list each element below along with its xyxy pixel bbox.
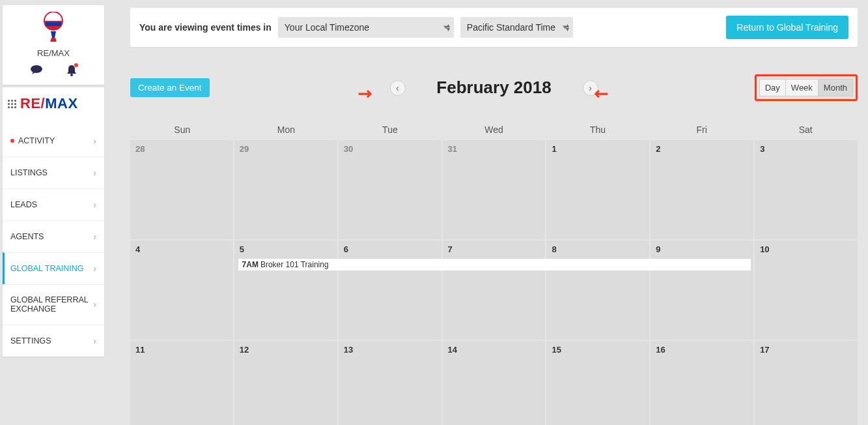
nav-item-leads[interactable]: LEADS› bbox=[3, 188, 104, 220]
bell-icon[interactable] bbox=[66, 65, 77, 80]
tz-value-select[interactable]: Pacific Standard Time▴▾ bbox=[460, 17, 573, 38]
nav-item-settings[interactable]: SETTINGS› bbox=[3, 325, 104, 357]
day-number: 30 bbox=[344, 144, 353, 154]
view-day-button[interactable]: Day bbox=[759, 79, 786, 96]
next-month-button[interactable]: › bbox=[583, 80, 598, 96]
chevron-right-icon: › bbox=[93, 263, 96, 274]
view-week-button[interactable]: Week bbox=[786, 79, 819, 96]
calendar-cell[interactable]: 30 bbox=[339, 140, 441, 239]
calendar-cell[interactable]: 3 bbox=[755, 140, 858, 239]
nav-label: AGENTS bbox=[10, 232, 44, 241]
nav-item-global-training[interactable]: GLOBAL TRAINING› bbox=[3, 252, 104, 284]
calendar-cell[interactable]: 13 bbox=[339, 341, 441, 425]
return-button[interactable]: Return to Global Training bbox=[726, 16, 848, 39]
calendar-cell[interactable]: 15 bbox=[546, 341, 649, 425]
calendar-cell[interactable]: 4 bbox=[130, 241, 233, 340]
nav-label: SETTINGS bbox=[10, 336, 51, 345]
chevron-right-icon: › bbox=[93, 168, 96, 178]
chevron-right-icon: › bbox=[93, 336, 96, 346]
logo-row[interactable]: RE/MAX bbox=[3, 87, 104, 125]
dow: Fri bbox=[650, 119, 754, 140]
chevron-right-icon: › bbox=[93, 136, 96, 146]
svg-point-3 bbox=[70, 74, 73, 76]
chat-icon[interactable] bbox=[30, 65, 43, 80]
nav: ACTIVITY› LISTINGS› LEADS› AGENTS› GLOBA… bbox=[3, 125, 104, 357]
calendar: Sun Mon Tue Wed Thu Fri Sat 282930311234… bbox=[130, 119, 858, 425]
calendar-cell[interactable]: 28 bbox=[130, 140, 233, 239]
dow: Thu bbox=[546, 119, 650, 140]
calendar-cell[interactable]: 14 bbox=[443, 341, 546, 425]
nav-label: ACTIVITY bbox=[18, 136, 55, 145]
timezone-banner: You are viewing event times in Your Loca… bbox=[130, 8, 858, 47]
svg-rect-1 bbox=[46, 22, 61, 26]
day-number: 16 bbox=[656, 345, 665, 355]
dow: Mon bbox=[234, 119, 339, 140]
view-month-button[interactable]: Month bbox=[819, 79, 853, 96]
day-number: 10 bbox=[760, 244, 769, 254]
day-number: 5 bbox=[240, 244, 244, 254]
calendar-toolbar: Create an Event ‹ February 2018 › ↗ ↗ Da… bbox=[130, 74, 858, 101]
calendar-title: February 2018 bbox=[436, 78, 551, 98]
main: You are viewing event times in Your Loca… bbox=[104, 0, 868, 425]
nav-item-listings[interactable]: LISTINGS› bbox=[3, 156, 104, 188]
sidebar-header: RE/MAX bbox=[3, 5, 104, 85]
day-number: 29 bbox=[240, 144, 249, 154]
day-number: 1 bbox=[552, 144, 556, 154]
calendar-cell[interactable]: 10 bbox=[755, 241, 858, 340]
calendar-body: 2829303112345678910111213141516177AMBrok… bbox=[130, 140, 858, 425]
day-number: 3 bbox=[760, 144, 764, 154]
chevron-right-icon: › bbox=[93, 199, 96, 210]
calendar-cell[interactable]: 16 bbox=[651, 341, 753, 425]
calendar-cell[interactable]: 29 bbox=[234, 140, 337, 239]
dow: Wed bbox=[442, 119, 546, 140]
day-number: 2 bbox=[656, 144, 660, 154]
nav-label: GLOBAL TRAINING bbox=[10, 264, 84, 273]
nav-item-agents[interactable]: AGENTS› bbox=[3, 220, 104, 252]
sidebar: RE/MAX RE/MAX ACTIVITY› LISTINGS› LEADS›… bbox=[0, 0, 104, 425]
day-number: 4 bbox=[135, 244, 140, 254]
day-number: 7 bbox=[448, 244, 453, 254]
prev-month-button[interactable]: ‹ bbox=[389, 80, 405, 96]
day-number: 8 bbox=[552, 244, 556, 254]
calendar-event[interactable]: 7AMBroker 101 Training bbox=[238, 259, 751, 271]
calendar-cell[interactable]: 11 bbox=[130, 341, 233, 425]
day-number: 12 bbox=[240, 345, 249, 355]
day-number: 15 bbox=[552, 345, 561, 355]
dot-icon bbox=[10, 139, 14, 143]
calendar-cell[interactable]: 6 bbox=[339, 241, 441, 340]
chevron-right-icon: › bbox=[93, 299, 96, 310]
nav-label: LEADS bbox=[10, 200, 37, 209]
svg-point-2 bbox=[31, 65, 42, 73]
calendar-cell[interactable]: 7 bbox=[443, 241, 546, 340]
day-number: 17 bbox=[760, 345, 769, 355]
grip-icon bbox=[8, 100, 16, 108]
calendar-cell[interactable]: 9 bbox=[651, 241, 753, 340]
day-number: 28 bbox=[135, 144, 145, 154]
balloon-icon bbox=[42, 12, 65, 46]
create-event-button[interactable]: Create an Event bbox=[130, 78, 210, 97]
nav-label: GLOBAL REFERRAL EXCHANGE bbox=[10, 295, 93, 314]
logo-text: RE/MAX bbox=[20, 95, 78, 112]
day-number: 9 bbox=[656, 244, 660, 254]
nav-item-activity[interactable]: ACTIVITY› bbox=[3, 125, 104, 156]
calendar-cell[interactable]: 31 bbox=[443, 140, 546, 239]
calendar-cell[interactable]: 8 bbox=[546, 241, 649, 340]
day-number: 14 bbox=[448, 345, 457, 355]
calendar-cell[interactable]: 2 bbox=[651, 140, 753, 239]
dow: Sun bbox=[130, 119, 234, 140]
day-number: 31 bbox=[448, 144, 457, 154]
day-number: 13 bbox=[344, 345, 353, 355]
calendar-cell[interactable]: 5 bbox=[234, 241, 337, 340]
calendar-cell[interactable]: 12 bbox=[234, 341, 337, 425]
calendar-header: Sun Mon Tue Wed Thu Fri Sat bbox=[130, 119, 858, 140]
calendar-cell[interactable]: 17 bbox=[755, 341, 858, 425]
calendar-cell[interactable]: 1 bbox=[546, 140, 649, 239]
arrow-annotation: ↗ bbox=[353, 81, 377, 106]
dow: Sat bbox=[753, 119, 858, 140]
dow: Tue bbox=[338, 119, 442, 140]
day-number: 11 bbox=[135, 345, 145, 355]
nav-label: LISTINGS bbox=[10, 168, 48, 177]
brand-name: RE/MAX bbox=[8, 48, 99, 58]
nav-item-global-referral[interactable]: GLOBAL REFERRAL EXCHANGE› bbox=[3, 284, 104, 325]
tz-mode-select[interactable]: Your Local Timezone▴▾ bbox=[278, 17, 454, 38]
